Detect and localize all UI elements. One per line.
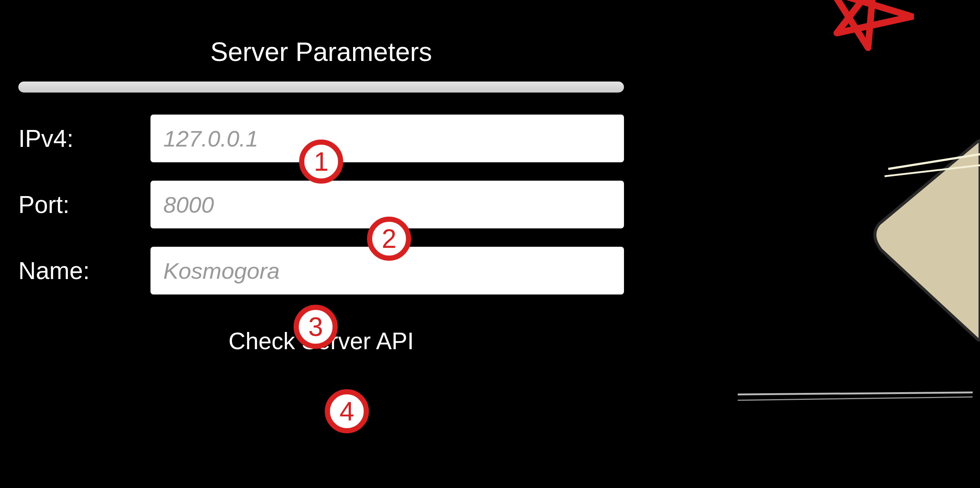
annotation-badge-3: 3 xyxy=(294,305,338,349)
port-row: Port: xyxy=(18,181,624,228)
panel-title: Server Parameters xyxy=(18,37,624,67)
annotation-badge-2: 2 xyxy=(367,217,411,261)
annotation-badge-1: 1 xyxy=(299,140,343,183)
port-label: Port: xyxy=(18,191,151,218)
line-decoration xyxy=(738,392,973,403)
background-shape-decoration xyxy=(859,140,980,341)
annotation-badge-4: 4 xyxy=(325,389,369,433)
divider-bar xyxy=(18,81,624,92)
star-decoration-icon xyxy=(822,0,914,55)
ipv4-input[interactable] xyxy=(151,115,624,162)
name-row: Name: xyxy=(18,247,624,295)
name-label: Name: xyxy=(18,257,151,285)
ipv4-label: IPv4: xyxy=(18,124,151,152)
